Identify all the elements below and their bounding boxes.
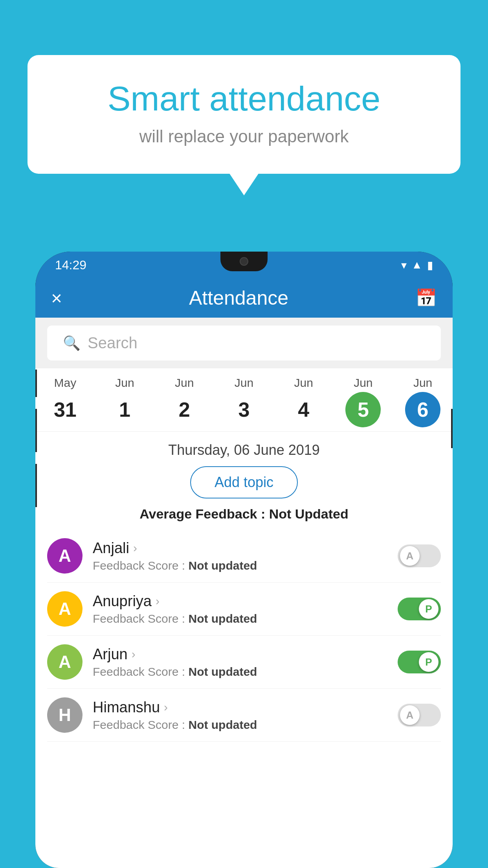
calendar-strip: May31Jun1Jun2Jun3Jun4Jun5Jun6 [35, 368, 453, 432]
cal-date: 6 [405, 392, 440, 427]
cal-month: Jun [294, 376, 313, 390]
volume-button-top [35, 370, 37, 397]
student-name[interactable]: Arjun › [93, 646, 387, 663]
student-item: HHimanshu ›Feedback Score : Not updatedA [47, 689, 441, 742]
calendar-day-5[interactable]: Jun5 [345, 376, 381, 427]
student-info: Arjun ›Feedback Score : Not updated [93, 646, 387, 679]
student-avatar: A [47, 538, 83, 574]
toggle-knob: P [419, 652, 438, 672]
cal-date: 1 [107, 392, 143, 427]
student-item: AArjun ›Feedback Score : Not updatedP [47, 636, 441, 689]
chevron-icon: › [133, 541, 137, 555]
feedback-score: Feedback Score : Not updated [93, 718, 387, 732]
header-title: Attendance [189, 287, 288, 309]
status-time: 14:29 [55, 258, 86, 272]
attendance-toggle-container: A [398, 704, 441, 726]
attendance-toggle[interactable]: A [398, 544, 441, 567]
calendar-icon[interactable]: 📅 [415, 288, 437, 308]
search-icon: 🔍 [63, 335, 81, 351]
cal-date: 4 [286, 392, 321, 427]
student-name[interactable]: Himanshu › [93, 699, 387, 716]
bubble-subtitle: will replace your paperwork [59, 127, 429, 146]
add-topic-button[interactable]: Add topic [190, 466, 298, 498]
feedback-score: Feedback Score : Not updated [93, 665, 387, 679]
avg-feedback-value: Not Updated [269, 506, 349, 521]
signal-icon: ▲ [411, 259, 422, 271]
search-container: 🔍 Search [35, 318, 453, 368]
student-avatar: A [47, 644, 83, 680]
toggle-knob: A [400, 705, 420, 725]
average-feedback: Average Feedback : Not Updated [35, 506, 453, 530]
attendance-toggle[interactable]: P [398, 598, 441, 620]
notch [220, 252, 268, 271]
attendance-toggle[interactable]: A [398, 704, 441, 726]
speech-bubble-container: Smart attendance will replace your paper… [28, 55, 460, 174]
student-info: Anupriya ›Feedback Score : Not updated [93, 593, 387, 625]
feedback-score: Feedback Score : Not updated [93, 612, 387, 625]
student-item: AAnjali ›Feedback Score : Not updatedA [47, 530, 441, 583]
date-display: Thursday, 06 June 2019 [35, 432, 453, 462]
wifi-icon: ▾ [401, 259, 407, 272]
cal-month: Jun [354, 376, 372, 390]
cal-month: Jun [115, 376, 134, 390]
student-item: AAnupriya ›Feedback Score : Not updatedP [47, 583, 441, 636]
toggle-knob: P [419, 599, 438, 619]
attendance-toggle-container: A [398, 544, 441, 567]
phone-frame: 14:29 ▾ ▲ ▮ × Attendance 📅 🔍 Search May3… [35, 252, 453, 868]
student-avatar: A [47, 591, 83, 627]
student-name[interactable]: Anjali › [93, 540, 387, 557]
chevron-icon: › [132, 647, 136, 661]
phone-screen: 🔍 Search May31Jun1Jun2Jun3Jun4Jun5Jun6 T… [35, 318, 453, 868]
volume-button-up [35, 409, 37, 452]
cal-month: Jun [175, 376, 194, 390]
avg-feedback-label: Average Feedback : [139, 506, 265, 521]
calendar-day-6[interactable]: Jun6 [405, 376, 440, 427]
battery-icon: ▮ [427, 259, 433, 272]
cal-date: 5 [345, 392, 381, 427]
chevron-icon: › [156, 594, 160, 608]
calendar-day-3[interactable]: Jun3 [226, 376, 262, 427]
search-input[interactable]: Search [88, 334, 138, 352]
attendance-toggle-container: P [398, 651, 441, 673]
status-icons: ▾ ▲ ▮ [401, 259, 433, 272]
calendar-day-4[interactable]: Jun4 [286, 376, 321, 427]
calendar-day-31[interactable]: May31 [48, 376, 83, 427]
search-bar[interactable]: 🔍 Search [47, 326, 441, 360]
app-header: × Attendance 📅 [35, 278, 453, 318]
cal-month: Jun [235, 376, 253, 390]
student-name[interactable]: Anupriya › [93, 593, 387, 610]
chevron-icon: › [164, 701, 168, 714]
cal-date: 31 [48, 392, 83, 427]
toggle-knob: A [400, 546, 420, 566]
cal-date: 2 [167, 392, 202, 427]
feedback-score: Feedback Score : Not updated [93, 559, 387, 572]
student-avatar: H [47, 697, 83, 733]
status-bar: 14:29 ▾ ▲ ▮ [35, 252, 453, 278]
close-button[interactable]: × [51, 287, 62, 309]
cal-month: May [54, 376, 77, 390]
bubble-title: Smart attendance [59, 79, 429, 119]
student-info: Himanshu ›Feedback Score : Not updated [93, 699, 387, 732]
calendar-day-1[interactable]: Jun1 [107, 376, 143, 427]
power-button [451, 409, 453, 448]
attendance-toggle-container: P [398, 598, 441, 620]
volume-button-down [35, 464, 37, 507]
student-list: AAnjali ›Feedback Score : Not updatedAAA… [35, 530, 453, 742]
student-info: Anjali ›Feedback Score : Not updated [93, 540, 387, 572]
cal-date: 3 [226, 392, 262, 427]
cal-month: Jun [413, 376, 432, 390]
attendance-toggle[interactable]: P [398, 651, 441, 673]
front-camera [240, 257, 248, 266]
add-topic-container: Add topic [35, 462, 453, 506]
speech-bubble: Smart attendance will replace your paper… [28, 55, 460, 174]
calendar-day-2[interactable]: Jun2 [167, 376, 202, 427]
